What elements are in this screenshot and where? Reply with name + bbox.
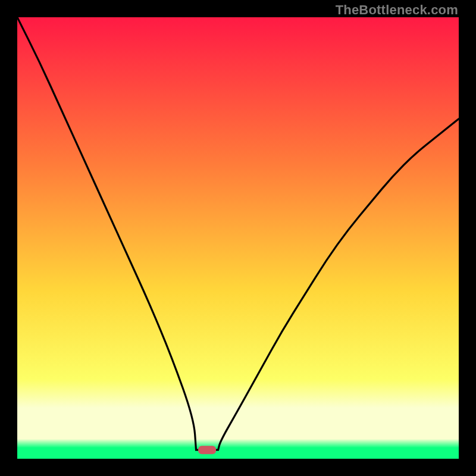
bottleneck-chart	[17, 17, 459, 459]
marker-pill	[198, 446, 216, 454]
chart-background	[17, 17, 459, 459]
watermark-text: TheBottleneck.com	[336, 2, 458, 18]
chart-frame: TheBottleneck.com	[0, 0, 476, 476]
